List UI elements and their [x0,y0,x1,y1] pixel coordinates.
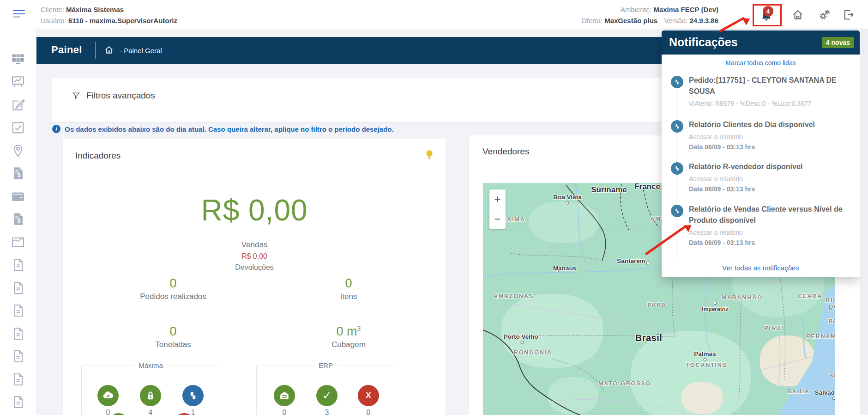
notification-item[interactable]: Relatório Clientes do Dia disponível Ace… [671,119,852,153]
sidebar-item-invoices[interactable] [10,211,26,227]
notifications-header: Notificações 4 novas [662,31,860,55]
map-zoom-in-button[interactable]: + [489,189,506,209]
lock-icon[interactable] [140,385,161,406]
map-label-city: Imperatriz [702,306,728,312]
notification-count-badge: 4 [763,6,773,17]
client-label: Cliente: [41,6,64,13]
home-icon[interactable] [791,8,804,21]
sidebar-item-report-5[interactable] [10,348,26,364]
thumbs-icon [671,76,683,88]
hamburger-menu-icon[interactable] [13,10,27,19]
indicators-card: Indicadores R$ 0,00 Vendas R$ 0,00 Devol… [63,139,446,415]
erp-stat-value: 0 [358,409,379,415]
area-chart-icon [10,234,26,250]
sidebar-item-report-2[interactable] [10,280,26,296]
cloud-check-icon[interactable] [97,385,119,406]
version-label: Versão: [664,17,687,24]
map-label-state: AMAZONAS [493,293,533,299]
sidebar-item-report-4[interactable] [10,326,26,342]
view-all-notifications-link[interactable]: Ver todas as notificações [662,264,860,272]
client-value: Máxima Sistemas [66,6,124,13]
user-info: Usuário: 6110 - maxima.SupervisorAutoriz [41,17,177,24]
map-label-city: Palmas [694,350,716,357]
store-icon[interactable] [274,385,295,406]
map-label-city: Salvador [814,389,835,396]
top-header: Cliente: Máxima Sistemas Usuário: 6110 -… [0,0,868,29]
cubage-label: Cubagem [279,340,418,349]
invoice-icon [10,211,26,227]
lightbulb-icon[interactable] [423,149,435,161]
offer-value: MaxGestão plus [604,17,657,24]
invoice-icon [10,165,26,181]
map-label-city: Santarém [617,257,645,264]
map-city-marker [704,358,707,361]
items-count: 0 [279,276,418,291]
notification-title: Relatório de Vendas Cliente versus Nível… [689,204,850,226]
mark-all-read-link[interactable]: Marcar todas como lidas [662,59,860,67]
x-icon[interactable]: X [358,385,379,406]
sidebar-item-report-3[interactable] [10,303,26,318]
indicators-card-header: Indicadores [63,139,446,179]
info-icon: i [52,125,60,133]
notification-item[interactable]: Pedido:[117751] - CLEYTON SANTANA DE SOU… [671,75,852,109]
user-label: Usuário: [41,17,66,24]
sidebar-item-edit[interactable] [10,97,26,113]
settings-gears-icon[interactable] [818,8,831,21]
map-label-state: MARANHÃO [721,294,762,301]
indicators-title: Indicadores [75,151,121,161]
document-icon [10,257,26,273]
notification-item[interactable]: Relatório R-vendedor disponível Acessar … [671,161,852,195]
offer-version-info: Oferta: MaxGestão plus Versão: 24.9.3.86 [581,17,718,24]
notification-date: Data 06/09 - 03:13 hrs [689,184,850,194]
notification-item[interactable]: Relatório de Vendas Cliente versus Nível… [671,204,852,248]
sidebar-item-report-1[interactable] [10,257,26,273]
logout-icon[interactable] [842,8,855,21]
sidebar-item-analytics[interactable] [10,234,26,250]
advanced-filters-toggle[interactable]: Filtros avançados [72,91,155,101]
sidebar-item-report-6[interactable] [10,372,26,387]
advanced-filters-label: Filtros avançados [86,91,155,101]
divider [95,42,96,59]
sales-total-value: R$ 0,00 [63,193,446,227]
check-icon[interactable]: ✓ [316,385,338,406]
breadcrumb-home-icon[interactable] [104,45,114,55]
map-city-marker [556,269,559,273]
user-value: 6110 - maxima.SupervisorAutoriz [68,17,177,24]
map-label-state: PERNAMBUCO [806,333,835,340]
sidebar-item-tasks[interactable] [10,120,26,135]
edit-icon [10,97,26,113]
map-label-city: Boa Vista [553,194,581,201]
map-city-marker [521,341,524,344]
sidebar-item-locations[interactable] [10,143,26,159]
sidebar-item-wallet[interactable] [10,189,26,204]
thumbs-icon [671,162,683,175]
sidebar-item-dashboard[interactable] [10,51,26,67]
tons-label: Toneladas [104,340,242,349]
sales-label: Vendas [63,240,446,250]
wallet-icon [10,189,26,204]
map-zoom-out-button[interactable]: − [489,209,506,229]
info-banner: i Os dados exibidos abaixo são do dia at… [52,125,394,133]
presentation-chart-icon [10,74,26,90]
map-pin-icon [10,143,26,159]
sidebar-item-billing[interactable] [10,165,26,181]
map-label-country: France [634,183,660,191]
erp-stat-value: 3 [316,409,338,415]
map-city-marker [832,397,835,400]
maxima-stat-value: 4 [140,409,161,415]
map-label-state: PARAÍBA [828,317,835,324]
info-banner-text: Os dados exibidos abaixo são do dia atua… [65,125,394,133]
map-label-state: PARÁ [647,301,667,308]
orders-label: Pedidos realizados [104,292,242,301]
map-label-state: RIO GRANDE [826,297,835,304]
map-city-marker [566,201,569,205]
map-label-state: DO NORTE [829,303,835,310]
environment-value: Maxima FECP (Dev) [653,6,718,13]
sidebar-item-report-7[interactable] [10,394,26,410]
environment-label: Ambiente: [621,6,652,13]
scrollbar[interactable] [860,29,868,415]
thumbs-icon[interactable] [182,385,204,406]
client-info: Cliente: Máxima Sistemas [41,6,124,13]
sidebar-item-presentation[interactable] [10,74,26,90]
notification-meta: Acessar o relatório [689,132,850,142]
